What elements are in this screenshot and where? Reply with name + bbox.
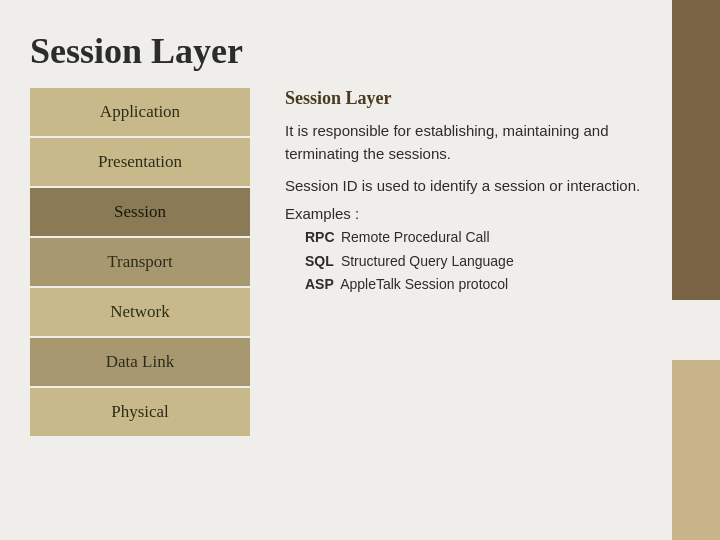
sidebar-item-session[interactable]: Session — [30, 188, 250, 236]
example-rpc: RPC Remote Procedural Call — [305, 226, 650, 250]
sidebar-item-network[interactable]: Network — [30, 288, 250, 336]
layer-sidebar: Application Presentation Session Transpo… — [30, 88, 250, 436]
page-title: Session Layer — [30, 30, 243, 72]
examples-list: RPC Remote Procedural Call SQL Structure… — [285, 226, 650, 297]
example-rpc-acronym: RPC — [305, 226, 337, 250]
example-asp: ASP AppleTalk Session protocol — [305, 273, 650, 297]
examples-label: Examples : — [285, 205, 650, 222]
sidebar-item-application[interactable]: Application — [30, 88, 250, 136]
content-para1: It is responsible for establishing, main… — [285, 119, 650, 166]
sidebar-item-presentation[interactable]: Presentation — [30, 138, 250, 186]
example-asp-acronym: ASP — [305, 273, 337, 297]
example-rpc-desc: Remote Procedural Call — [341, 229, 490, 245]
example-sql-desc: Structured Query Language — [341, 253, 514, 269]
sidebar-item-transport[interactable]: Transport — [30, 238, 250, 286]
example-asp-desc: AppleTalk Session protocol — [340, 276, 508, 292]
content-para2: Session ID is used to identify a session… — [285, 174, 650, 197]
example-sql-acronym: SQL — [305, 250, 337, 274]
deco-bar-bottom — [672, 360, 720, 540]
example-sql: SQL Structured Query Language — [305, 250, 650, 274]
content-title: Session Layer — [285, 88, 650, 109]
content-panel: Session Layer It is responsible for esta… — [275, 88, 660, 297]
sidebar-item-datalink[interactable]: Data Link — [30, 338, 250, 386]
sidebar-item-physical[interactable]: Physical — [30, 388, 250, 436]
deco-bar-top — [672, 0, 720, 300]
